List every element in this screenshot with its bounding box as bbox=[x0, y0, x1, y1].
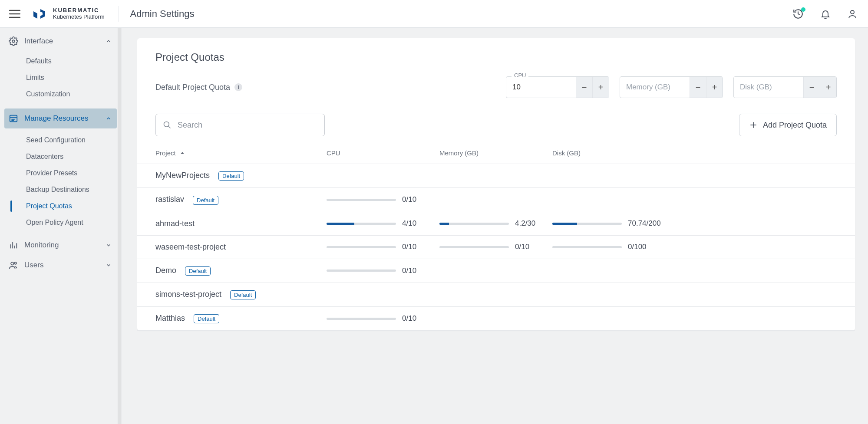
manage-resources-icon bbox=[9, 114, 18, 123]
sidebar-section-users[interactable]: Users bbox=[4, 255, 117, 275]
svg-point-15 bbox=[11, 262, 13, 265]
quota-metric: 0/10 bbox=[439, 243, 538, 251]
notifications-button[interactable] bbox=[820, 8, 831, 20]
info-icon[interactable]: i bbox=[234, 83, 242, 91]
sidebar-item-limits[interactable]: Limits bbox=[20, 69, 111, 86]
svg-marker-4 bbox=[40, 9, 45, 19]
default-badge: Default bbox=[194, 314, 219, 323]
header-divider bbox=[119, 6, 119, 22]
sidebar-item-backup-destinations[interactable]: Backup Destinations bbox=[20, 181, 111, 198]
hamburger-icon bbox=[9, 10, 20, 18]
sidebar-section-label: Monitoring bbox=[24, 241, 99, 250]
svg-point-16 bbox=[14, 262, 17, 264]
brand[interactable]: KUBERMATIC Kubernetes Platform bbox=[31, 6, 105, 22]
sidebar-section-label: Interface bbox=[24, 37, 99, 46]
column-header-disk[interactable]: Disk (GB) bbox=[545, 145, 668, 164]
brand-logo-icon bbox=[31, 6, 47, 22]
quota-metric: 0/100 bbox=[552, 243, 661, 251]
cpu-increment-button[interactable]: + bbox=[592, 77, 609, 98]
cpu-input[interactable] bbox=[506, 77, 576, 98]
sidebar-item-customization[interactable]: Customization bbox=[20, 86, 111, 102]
page-title: Admin Settings bbox=[130, 8, 195, 20]
project-name: Demo bbox=[155, 266, 176, 275]
memory-decrement-button[interactable]: − bbox=[690, 77, 706, 98]
progress-bar bbox=[327, 246, 396, 248]
progress-bar bbox=[552, 246, 622, 248]
memory-stepper: − + bbox=[620, 76, 723, 98]
sidebar-item-open-policy-agent[interactable]: Open Policy Agent bbox=[20, 214, 111, 231]
disk-input[interactable] bbox=[734, 77, 803, 98]
cpu-stepper-legend: CPU bbox=[512, 72, 528, 79]
memory-input[interactable] bbox=[620, 77, 690, 98]
sidebar-item-project-quotas[interactable]: Project Quotas bbox=[20, 198, 111, 214]
card-title: Project Quotas bbox=[155, 51, 855, 63]
table-row[interactable]: waseem-test-project0/100/100/100 bbox=[137, 235, 855, 259]
table-row[interactable]: simons-test-projectDefault bbox=[137, 283, 855, 306]
metric-value: 0/10 bbox=[402, 314, 416, 323]
svg-marker-3 bbox=[33, 11, 37, 19]
table-row[interactable]: rastislavDefault0/10 bbox=[137, 188, 855, 212]
brand-name: KUBERMATIC bbox=[53, 7, 105, 13]
sidebar-section-manage-resources[interactable]: Manage Resources bbox=[4, 108, 117, 128]
sidebar-section-interface[interactable]: Interface bbox=[4, 31, 117, 51]
svg-line-18 bbox=[168, 126, 171, 128]
sidebar-section-monitoring[interactable]: Monitoring bbox=[4, 235, 117, 255]
table-toolbar: Add Project Quota bbox=[137, 114, 855, 145]
quota-metric: 70.74/200 bbox=[552, 219, 661, 228]
bell-icon bbox=[820, 8, 831, 20]
sidebar-item-defaults[interactable]: Defaults bbox=[20, 53, 111, 69]
sidebar-scrollbar[interactable] bbox=[118, 28, 121, 424]
default-badge: Default bbox=[193, 196, 218, 205]
quota-metric: 4/10 bbox=[327, 219, 426, 228]
quota-metric: 4.2/30 bbox=[439, 219, 538, 228]
chevron-down-icon bbox=[106, 262, 112, 268]
add-button-label: Add Project Quota bbox=[763, 121, 827, 130]
table-row[interactable]: MyNewProjectsDefault bbox=[137, 164, 855, 188]
metric-value: 4/10 bbox=[402, 219, 416, 228]
svg-point-6 bbox=[12, 40, 15, 43]
search-field[interactable] bbox=[155, 114, 325, 136]
metric-value: 0/100 bbox=[628, 243, 647, 251]
table-row[interactable]: MatthiasDefault0/10 bbox=[137, 307, 855, 331]
menu-toggle-button[interactable] bbox=[8, 7, 22, 21]
default-badge: Default bbox=[218, 171, 244, 181]
default-badge: Default bbox=[185, 266, 211, 276]
sidebar-item-datacenters[interactable]: Datacenters bbox=[20, 148, 111, 165]
sidebar: InterfaceDefaultsLimitsCustomizationMana… bbox=[0, 28, 122, 424]
chevron-up-icon bbox=[106, 38, 112, 44]
table-row[interactable]: DemoDefault0/10 bbox=[137, 259, 855, 283]
column-header-cpu[interactable]: CPU bbox=[320, 145, 432, 164]
cpu-decrement-button[interactable]: − bbox=[576, 77, 592, 98]
project-name: rastislav bbox=[155, 195, 184, 204]
user-icon bbox=[847, 8, 858, 20]
quota-metric: 0/10 bbox=[327, 195, 426, 204]
memory-increment-button[interactable]: + bbox=[706, 77, 723, 98]
chevron-down-icon bbox=[106, 242, 112, 248]
disk-decrement-button[interactable]: − bbox=[803, 77, 820, 98]
column-header-memory[interactable]: Memory (GB) bbox=[432, 145, 545, 164]
column-header-project[interactable]: Project bbox=[137, 145, 320, 164]
changelog-button[interactable] bbox=[792, 8, 804, 20]
quota-metric: 0/10 bbox=[327, 243, 426, 251]
progress-bar bbox=[327, 318, 396, 320]
project-name: Matthias bbox=[155, 314, 185, 322]
disk-increment-button[interactable]: + bbox=[820, 77, 836, 98]
disk-stepper: − + bbox=[733, 76, 837, 98]
interface-icon bbox=[9, 36, 18, 46]
notification-dot bbox=[801, 7, 805, 12]
add-project-quota-button[interactable]: Add Project Quota bbox=[739, 114, 837, 136]
quota-metric: 0/10 bbox=[327, 266, 426, 275]
sidebar-section-label: Users bbox=[24, 261, 99, 270]
table-row[interactable]: ahmad-test4/104.2/3070.74/200 bbox=[137, 212, 855, 235]
sidebar-item-provider-presets[interactable]: Provider Presets bbox=[20, 165, 111, 181]
svg-point-17 bbox=[164, 122, 169, 127]
brand-subtitle: Kubernetes Platform bbox=[53, 14, 105, 20]
default-badge: Default bbox=[230, 290, 256, 299]
progress-bar bbox=[439, 246, 509, 248]
sort-ascending-icon bbox=[180, 149, 185, 157]
svg-point-5 bbox=[851, 10, 854, 14]
user-menu-button[interactable] bbox=[847, 8, 858, 20]
metric-value: 0/10 bbox=[402, 266, 416, 275]
sidebar-item-seed-configuration[interactable]: Seed Configuration bbox=[20, 132, 111, 148]
search-input[interactable] bbox=[177, 120, 317, 130]
